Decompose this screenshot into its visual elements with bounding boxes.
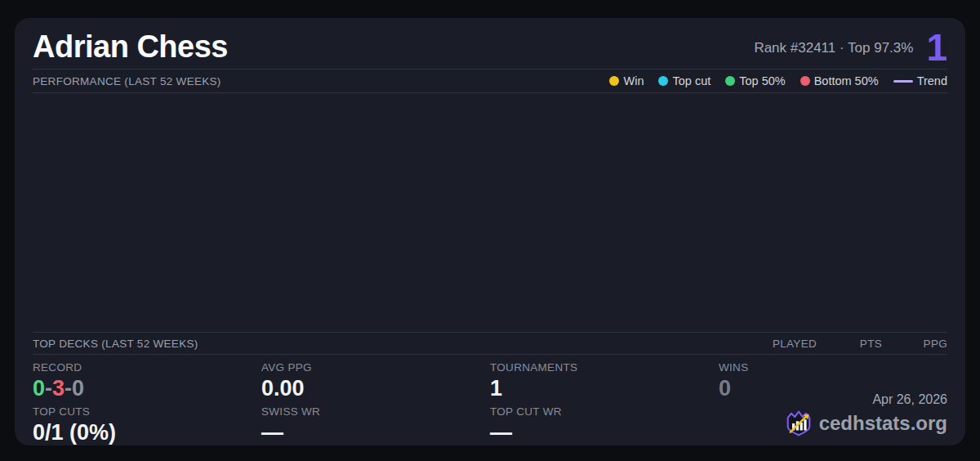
- rank-summary: Rank #32411 · Top 97.3% 1: [754, 21, 947, 65]
- stat-record-label: RECORD: [33, 361, 261, 374]
- stat-top-cuts-label: TOP CUTS: [33, 405, 261, 418]
- brand-name: cedhstats.org: [819, 412, 947, 435]
- legend-label: Bottom 50%: [814, 74, 879, 87]
- player-stats-card: Adrian Chess Rank #32411 · Top 97.3% 1 P…: [15, 18, 965, 445]
- legend-item: Trend: [893, 74, 947, 87]
- legend-item: Top 50%: [725, 74, 785, 87]
- column-header-pts: PTS: [817, 338, 882, 350]
- stat-record-value: 0-3-0: [33, 377, 261, 400]
- stat-top-cut-wr-label: TOP CUT WR: [490, 405, 719, 418]
- stat-top-cut-wr-value: —: [490, 421, 719, 444]
- stat-avg-ppg: AVG PPG 0.00: [261, 361, 490, 400]
- stat-swiss-wr-label: SWISS WR: [261, 405, 490, 418]
- top-decks-heading: TOP DECKS (LAST 52 WEEKS): [33, 338, 198, 350]
- top-decks-columns: PLAYED PTS PPG: [751, 338, 947, 350]
- generated-date: Apr 26, 2026: [785, 392, 947, 407]
- chart-legend: WinTop cutTop 50%Bottom 50%Trend: [609, 74, 947, 87]
- stat-avg-ppg-label: AVG PPG: [261, 361, 490, 374]
- stat-avg-ppg-value: 0.00: [261, 377, 490, 400]
- legend-item: Win: [609, 74, 644, 87]
- win-dot-icon: [609, 76, 619, 86]
- record-separator: -: [65, 376, 72, 401]
- stat-top-cuts: TOP CUTS 0/1 (0%): [33, 405, 261, 444]
- rank-text: Rank #32411 · Top 97.3%: [754, 40, 913, 56]
- column-header-ppg: PPG: [882, 338, 947, 350]
- legend-label: Top cut: [672, 74, 710, 87]
- record-separator: -: [45, 376, 52, 401]
- bottom-50-dot-icon: [800, 76, 810, 86]
- record-losses: 3: [52, 376, 65, 401]
- legend-label: Trend: [917, 74, 947, 87]
- stat-swiss-wr: SWISS WR —: [261, 405, 490, 444]
- trend-line-icon: [893, 80, 913, 83]
- performance-header-row: PERFORMANCE (LAST 52 WEEKS) WinTop cutTo…: [33, 69, 947, 93]
- legend-item: Bottom 50%: [800, 74, 879, 87]
- rank-number: 1: [926, 31, 947, 65]
- stat-tournaments-label: TOURNAMENTS: [490, 361, 719, 374]
- cedhstats-logo-icon: [785, 410, 813, 437]
- page-title: Adrian Chess: [33, 23, 228, 65]
- brand: cedhstats.org: [785, 410, 947, 437]
- legend-label: Top 50%: [739, 74, 785, 87]
- record-wins: 0: [33, 376, 45, 401]
- record-draws: 0: [72, 376, 84, 401]
- stat-top-cuts-value: 0/1 (0%): [33, 421, 261, 444]
- top-cut-dot-icon: [658, 76, 668, 86]
- stat-tournaments: TOURNAMENTS 1: [490, 361, 719, 400]
- legend-label: Win: [623, 74, 644, 87]
- card-footer: Apr 26, 2026 cedhstats.org: [785, 392, 947, 437]
- column-header-played: PLAYED: [751, 338, 817, 350]
- performance-heading: PERFORMANCE (LAST 52 WEEKS): [33, 75, 221, 87]
- stat-wins-label: WINS: [719, 361, 947, 374]
- stat-tournaments-value: 1: [490, 377, 719, 400]
- stat-record: RECORD 0-3-0: [33, 361, 261, 400]
- card-header: Adrian Chess Rank #32411 · Top 97.3% 1: [33, 18, 947, 69]
- stat-top-cut-wr: TOP CUT WR —: [490, 405, 719, 444]
- top-decks-header-row: TOP DECKS (LAST 52 WEEKS) PLAYED PTS PPG: [33, 333, 947, 355]
- top-50-dot-icon: [725, 76, 735, 86]
- stat-swiss-wr-value: —: [261, 421, 490, 444]
- performance-chart: [33, 93, 947, 333]
- legend-item: Top cut: [658, 74, 710, 87]
